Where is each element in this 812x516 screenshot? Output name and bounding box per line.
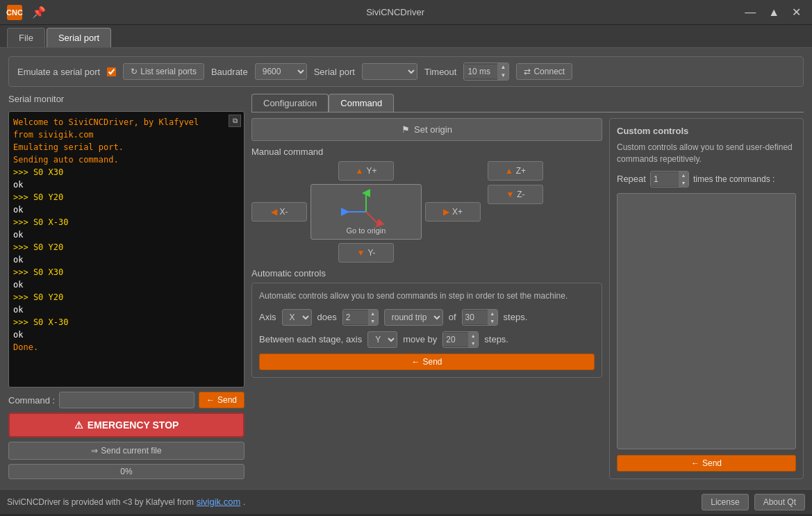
custom-send-arrow-icon: ←	[691, 458, 699, 468]
step-size-input[interactable]	[463, 310, 488, 324]
connect-icon: ⇄	[524, 67, 531, 76]
move-by-label: move by	[403, 334, 437, 344]
monitor-line: >>> S0 X-30	[13, 316, 240, 328]
tab-configuration[interactable]: Configuration	[251, 94, 329, 112]
repeat-input[interactable]	[651, 172, 679, 186]
status-info: SiviCNCDriver is provided with <3 by Kla…	[7, 497, 245, 507]
z-minus-button[interactable]: ▼ Z-	[488, 185, 543, 204]
app-icon: CNC	[7, 5, 22, 20]
tab-command[interactable]: Command	[329, 94, 394, 112]
set-origin-button[interactable]: ⚑ Set origin	[251, 118, 602, 141]
monitor-line: >>> S0 Y20	[13, 191, 240, 203]
monitor-line: Done.	[13, 341, 240, 353]
license-button[interactable]: License	[702, 494, 748, 510]
command-send-button[interactable]: ← Send	[199, 392, 245, 408]
main-tabs: File Serial port	[0, 25, 812, 48]
titlebar: CNC 📌 SiviCNCDriver — ▲ ✕	[0, 0, 812, 25]
serial-port-select[interactable]	[362, 63, 417, 80]
monitor-line: ok	[13, 253, 240, 266]
x-minus-button[interactable]: ◀ X-	[251, 202, 307, 222]
repeat-increment[interactable]: ▲	[679, 172, 688, 179]
x-plus-arrow-icon: ▶	[443, 207, 449, 217]
connect-button[interactable]: ⇄ Connect	[516, 63, 572, 80]
timeout-spinner-buttons: ▲ ▼	[497, 63, 508, 80]
custom-controls-panel: Custom controls Custom controls allow yo…	[609, 118, 804, 479]
tab-serial-port[interactable]: Serial port	[47, 28, 111, 47]
baudrate-label: Baudrate	[211, 67, 248, 77]
timeout-decrement[interactable]: ▼	[497, 72, 508, 80]
monitor-line: >>> S0 Y20	[13, 291, 240, 303]
monitor-line: Welcome to SiviCNCDriver, by Klafyvel	[13, 116, 240, 128]
custom-send-button[interactable]: ← Send	[617, 455, 796, 472]
x-minus-arrow-icon: ◀	[271, 207, 277, 217]
monitor-line: ok	[13, 303, 240, 316]
z-plus-button[interactable]: ▲ Z+	[488, 161, 543, 181]
go-to-origin-button[interactable]: Go to origin	[310, 184, 422, 240]
progress-bar-container: 0%	[8, 464, 245, 479]
flag-icon: ⚑	[401, 124, 410, 135]
z-controls: ▲ Z+ ▼ Z-	[488, 161, 543, 204]
step-size-decrement[interactable]: ▼	[488, 317, 497, 325]
progress-text: 0%	[9, 465, 244, 478]
auto-controls-box: Automatic controls allow you to send com…	[251, 283, 602, 378]
between-axis-select[interactable]: XYZ	[367, 331, 397, 348]
minimize-button[interactable]: —	[740, 4, 760, 20]
send-left-arrow-icon: ←	[206, 395, 215, 405]
pin-button[interactable]: 📌	[28, 4, 50, 20]
emulate-checkbox[interactable]	[107, 67, 116, 76]
repeat-label: Repeat	[617, 174, 646, 184]
move-size-increment[interactable]: ▲	[468, 332, 478, 340]
svg-line-2	[366, 212, 379, 224]
y-minus-arrow-icon: ▼	[357, 248, 365, 258]
command-row: Command : ← Send	[8, 392, 245, 408]
timeout-input[interactable]	[464, 65, 497, 78]
repeat-spinner: ▲ ▼	[650, 171, 689, 188]
automatic-controls-section: Automatic controls Automatic controls al…	[251, 268, 602, 378]
custom-commands-textarea[interactable]	[617, 193, 796, 449]
x-plus-button[interactable]: ▶ X+	[425, 202, 481, 222]
move-size-spinner: ▲ ▼	[442, 331, 479, 348]
y-plus-button[interactable]: ▲ Y+	[338, 161, 394, 181]
emulate-label: Emulate a serial port	[17, 67, 100, 77]
repeat-row: Repeat ▲ ▼ times the commands :	[617, 171, 796, 188]
file-arrow-icon: ⇒	[91, 446, 98, 456]
titlebar-controls: — ▲ ✕	[740, 4, 805, 20]
axis-select[interactable]: XYZ	[282, 309, 312, 326]
baudrate-select[interactable]: 9600 19200 38400 57600 115200	[255, 63, 307, 80]
step-size-spinner: ▲ ▼	[462, 309, 498, 326]
send-file-button[interactable]: ⇒ Send current file	[8, 442, 245, 460]
step-size-increment[interactable]: ▲	[488, 310, 497, 317]
timeout-increment[interactable]: ▲	[497, 63, 508, 72]
monitor-line: >>> S0 X30	[13, 266, 240, 278]
emergency-stop-button[interactable]: ⚠ EMERGENCY STOP	[8, 413, 245, 438]
monitor-line: from sivigik.com	[13, 128, 240, 141]
sivigik-link[interactable]: sivigik.com	[197, 497, 241, 507]
steps-count-input[interactable]	[343, 310, 368, 324]
command-input[interactable]	[59, 392, 194, 408]
steps-count-increment[interactable]: ▲	[368, 310, 378, 317]
list-ports-button[interactable]: ↻ List serial ports	[123, 63, 204, 80]
y-minus-button[interactable]: ▼ Y-	[338, 243, 394, 263]
mode-select[interactable]: round trip one way	[384, 309, 443, 326]
steps-count-decrement[interactable]: ▼	[368, 317, 378, 325]
about-qt-button[interactable]: About Qt	[754, 494, 805, 510]
axis-row: Axis XYZ does ▲ ▼	[259, 309, 595, 326]
maximize-button[interactable]: ▲	[764, 4, 784, 20]
of-label: of	[449, 312, 456, 322]
monitor-line: ok	[13, 228, 240, 241]
right-panel: Configuration Command ⚑ Set origin Manua…	[251, 94, 804, 479]
close-button[interactable]: ✕	[788, 4, 805, 20]
z-minus-arrow-icon: ▼	[506, 190, 514, 199]
tab-file[interactable]: File	[7, 28, 45, 47]
sub-tabs: Configuration Command	[251, 94, 804, 113]
refresh-icon: ↻	[131, 67, 138, 76]
repeat-decrement[interactable]: ▼	[679, 179, 688, 187]
auto-controls-desc: Automatic controls allow you to send com…	[259, 290, 595, 302]
auto-send-button[interactable]: ← Send	[259, 353, 595, 370]
times-label: times the commands :	[693, 174, 774, 184]
does-label: does	[317, 312, 337, 322]
move-size-decrement[interactable]: ▼	[468, 340, 478, 347]
monitor-copy-button[interactable]: ⧉	[229, 115, 241, 127]
between-row: Between each stage, axis XYZ move by ▲	[259, 331, 595, 348]
move-size-input[interactable]	[443, 333, 468, 347]
